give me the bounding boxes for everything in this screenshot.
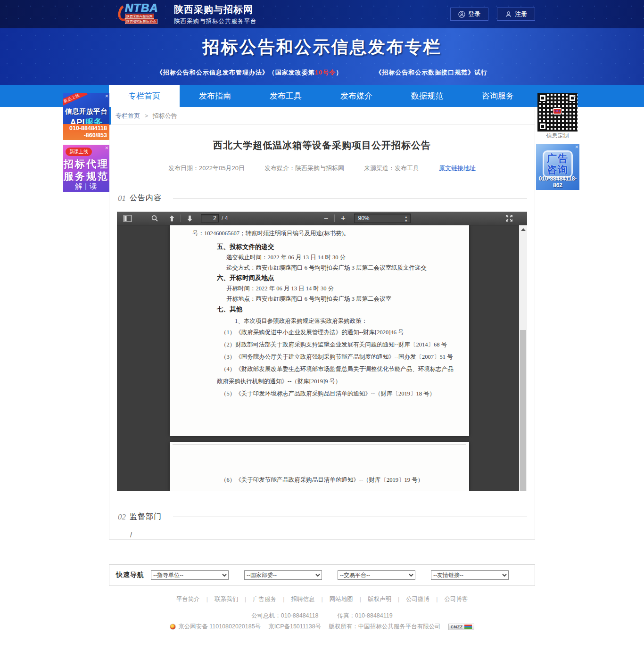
logo-subline-1: 陕西采购与招标网 <box>125 14 154 19</box>
footer-link-copyright-notice[interactable]: 版权声明 <box>368 595 406 603</box>
left-ad2-close-icon[interactable]: × <box>105 145 108 151</box>
pdf-text-line: 号：102460065607；转账时须注明项目编号及用途(标书费)。 <box>192 228 469 239</box>
left-ad-agency-course[interactable]: × 新课上线 招标代理 服务规范 解|读 <box>63 145 109 192</box>
footer-link-company-weibo[interactable]: 公司微博 <box>406 595 444 603</box>
meta-source-channel-label: 来源渠道： <box>364 165 395 172</box>
footer-copyright-text: 版权所有：中国招标公共服务平台有限公司 <box>329 623 441 631</box>
pdf-toolbar: / 4 − + 90% ▴▾ <box>117 212 527 225</box>
pdf-page-edge <box>173 444 466 445</box>
nav-tab-publish-tools[interactable]: 发布工具 <box>250 85 321 107</box>
breadcrumb-home-link[interactable]: 专栏首页 <box>116 112 140 119</box>
pdf-zoom-in-button[interactable]: + <box>338 214 348 222</box>
left-ad2-action-read2: 读 <box>90 182 98 190</box>
pdf-scrollbar[interactable] <box>519 225 527 491</box>
banner-decree-number: 10号令 <box>315 69 336 76</box>
meta-publish-date-label: 发布日期： <box>168 165 199 172</box>
footer-fax: 传真：010-88484119 <box>338 612 393 620</box>
article-meta: 发布日期：2022年05月20日 发布媒介：陕西采购与招标网 来源渠道：发布工具… <box>109 164 535 173</box>
cnzz-bars-icon <box>464 625 472 629</box>
section-1-number: 01 <box>118 194 126 203</box>
section-2-title: 监督部门 <box>130 512 162 522</box>
register-label: 注册 <box>515 10 527 18</box>
meta-source-channel: 来源渠道：发布工具 <box>364 164 419 173</box>
nav-tab-data-standard[interactable]: 数据规范 <box>392 85 462 107</box>
footer-copyright-row: 京公网安备 11010802020185号 京ICP备15011138号 版权所… <box>0 623 644 631</box>
nav-tab-publish-guide[interactable]: 发布指南 <box>180 85 250 107</box>
pdf-zoom-out-button[interactable]: − <box>321 214 331 222</box>
login-button[interactable]: 登录 <box>450 8 488 21</box>
left-ad1-phone: 010-88484118 -860/853 <box>63 124 109 140</box>
quicknav-select-trading-platforms[interactable]: --交易平台-- <box>338 570 415 580</box>
pdf-text-line: 政府采购执行机制的通知》--（财库[2019]9 号） <box>217 375 469 387</box>
pdf-viewer: / 4 − + 90% ▴▾ 号：102460065607；转账时须 <box>117 212 527 491</box>
register-button[interactable]: 注册 <box>497 8 535 21</box>
original-link[interactable]: 原文链接地址 <box>439 164 476 173</box>
left-ad1-close-icon[interactable]: × <box>105 93 108 99</box>
pdf-page-3: （6）《关于印发节能产品政府采购品目清单的通知》--（财库〔2019〕19 号） <box>170 442 469 491</box>
meta-publish-media-label: 发布媒介： <box>264 165 295 172</box>
footer-link-company-blog[interactable]: 公司博客 <box>444 595 468 603</box>
pdf-fullscreen-icon[interactable] <box>504 214 515 222</box>
pdf-text-line: （5）《关于印发环境标志产品政府采购品目清单的通知》--（财库〔2019〕18 … <box>221 387 469 400</box>
pdf-page-down-icon[interactable] <box>184 215 195 222</box>
nav-tab-consulting[interactable]: 咨询服务 <box>462 85 533 107</box>
site-subtitle: 陕西采购与招标公共服务平台 <box>174 17 257 25</box>
left-ad-api-service[interactable]: × 新品上线 信息开放平台 API服务 010-88484118 -860/85… <box>63 93 109 140</box>
quicknav-select-guidance-units[interactable]: --指导单位-- <box>151 570 229 580</box>
pdf-scrollbar-up-icon[interactable] <box>521 228 526 231</box>
police-badge-icon <box>170 624 176 630</box>
section-2-divider <box>173 517 527 517</box>
pdf-page-total: / 4 <box>222 215 228 222</box>
pdf-text-line: 1、本次项目参照政府采购规定落实政府采购政策： <box>235 316 469 326</box>
pdf-text-line: （1）《政府采购促进中小企业发展管理办法》的通知--财库[2020]46 号 <box>221 326 469 338</box>
pdf-page-input[interactable] <box>201 214 219 222</box>
pdf-search-icon[interactable] <box>149 215 160 222</box>
pdf-text-line: 六、开标时间及地点 <box>217 273 469 283</box>
article-title: 西北大学超低温冰箱等设备采购项目公开招标公告 <box>109 139 535 152</box>
pdf-document-area[interactable]: 号：102460065607；转账时须注明项目编号及用途(标书费)。 五、投标文… <box>117 225 527 491</box>
left-ad2-main: 招标代理 服务规范 <box>63 158 109 182</box>
meta-publish-media-value: 陕西采购与招标网 <box>295 165 344 172</box>
footer-link-contact-us[interactable]: 联系我们 <box>215 595 253 603</box>
quicknav-select-friend-links[interactable]: --友情链接-- <box>431 570 509 580</box>
left-ad2-action[interactable]: 解|读 <box>63 181 109 192</box>
cnzz-badge: CNZZ <box>448 624 474 630</box>
hero-banner: 招标公告和公示信息发布专栏 《招标公告和公示信息发布管理办法》（国家发改委第10… <box>0 28 644 85</box>
pdf-text-line: （4）《财政部发展改革委生态环境部市场监督总局关于调整优化节能产品、环境标志产品 <box>221 363 469 375</box>
login-label: 登录 <box>468 10 480 18</box>
pdf-page-up-icon[interactable] <box>166 215 177 222</box>
qr-center-logo-text: CB <box>553 109 561 114</box>
right-ad-consulting[interactable]: × 广告 咨询 010-88484118-862 <box>536 144 579 190</box>
footer-links: 平台简介 联系我们 广告服务 招聘信息 网站地图 版权声明 公司微博 公司博客 <box>0 595 644 603</box>
pdf-zoom-select[interactable]: 90% ▴▾ <box>354 214 411 223</box>
banner-title: 招标公告和公示信息发布专栏 <box>0 28 644 59</box>
pdf-text-line: 七、其他 <box>217 304 469 314</box>
footer-beian2-text: 京ICP备15011138号 <box>268 623 321 631</box>
breadcrumb-separator: > <box>145 112 149 119</box>
pdf-scrollbar-thumb[interactable] <box>520 330 526 491</box>
pdf-text-line: （6）《关于印发节能产品政府采购品目清单的通知》--（财库〔2019〕19 号） <box>221 474 469 486</box>
site-name: 陕西采购与招标网 <box>174 3 257 16</box>
footer-link-platform-intro[interactable]: 平台简介 <box>176 595 215 603</box>
right-ad-line1: 广告 <box>547 153 569 164</box>
footer-link-ad-service[interactable]: 广告服务 <box>253 595 291 603</box>
right-ad-panel: 广告 咨询 <box>543 150 573 178</box>
qr-finder-icon <box>538 94 547 102</box>
right-ad-close-icon[interactable]: × <box>575 144 578 150</box>
nav-tab-publish-media[interactable]: 发布媒介 <box>321 85 392 107</box>
pdf-sidebar-toggle-icon[interactable] <box>122 215 133 222</box>
nav-tab-home[interactable]: 专栏首页 <box>109 85 180 107</box>
meta-publish-date: 发布日期：2022年05月20日 <box>168 164 245 173</box>
quicknav-select-state-ministries[interactable]: --国家部委-- <box>244 570 322 580</box>
pdf-zoom-spinner-icon: ▴▾ <box>405 215 407 222</box>
qr-code: CB × <box>537 93 578 132</box>
footer-link-recruitment[interactable]: 招聘信息 <box>291 595 329 603</box>
left-ad1-ribbon: 新品上线 <box>63 93 88 107</box>
quicknav-bar: 快速导航 --指导单位-- --国家部委-- --交易平台-- --友情链接-- <box>109 564 535 586</box>
register-user-icon <box>505 11 512 18</box>
site-logo: NTBA 陕西采购与招标网 陕西省招标投标协会 <box>118 2 169 26</box>
qr-close-icon[interactable]: × <box>573 93 577 99</box>
footer-link-sitemap[interactable]: 网站地图 <box>330 595 368 603</box>
section-1-title: 公告内容 <box>130 193 162 203</box>
section-announcement-head: 01 公告内容 <box>118 193 527 203</box>
